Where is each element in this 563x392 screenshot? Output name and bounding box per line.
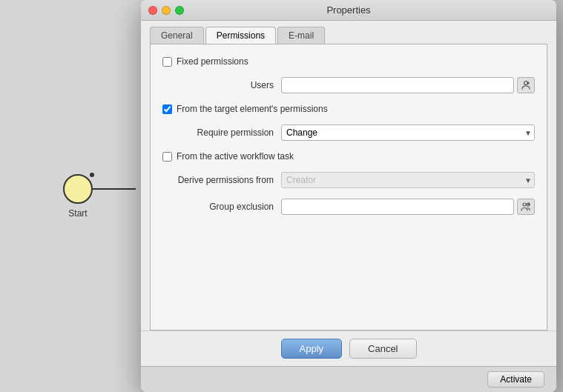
derive-permissions-select[interactable]: Creator <box>281 172 535 188</box>
close-button[interactable] <box>148 6 157 15</box>
from-target-label[interactable]: From the target element's permissions <box>162 104 328 114</box>
fixed-permissions-row: Fixed permissions <box>162 56 535 67</box>
derive-permissions-label: Derive permissions from <box>162 175 281 185</box>
group-exclusion-input[interactable] <box>281 199 514 215</box>
activate-bar: Activate <box>141 366 556 392</box>
start-circle <box>63 174 93 204</box>
from-workflow-checkbox[interactable] <box>162 152 172 162</box>
permissions-content: Fixed permissions Users From the target … <box>150 44 547 330</box>
from-target-checkbox[interactable] <box>162 104 172 114</box>
group-exclusion-row: Group exclusion <box>162 199 535 215</box>
start-dot <box>90 173 94 177</box>
group-exclusion-label: Group exclusion <box>162 202 281 212</box>
window-controls <box>148 6 184 15</box>
title-bar: Properties <box>141 0 556 21</box>
minimize-button[interactable] <box>162 6 171 15</box>
users-label: Users <box>162 80 281 90</box>
window-title: Properties <box>326 4 370 16</box>
start-node: Start <box>63 174 93 219</box>
maximize-button[interactable] <box>175 6 184 15</box>
from-target-row: From the target element's permissions <box>162 104 535 114</box>
svg-point-5 <box>523 203 526 206</box>
from-workflow-label[interactable]: From the active workflow task <box>162 151 294 162</box>
tab-email[interactable]: E-mail <box>277 27 325 44</box>
tab-bar: General Permissions E-mail <box>141 21 556 44</box>
users-input[interactable] <box>281 77 514 93</box>
derive-permissions-row: Derive permissions from Creator ▼ <box>162 172 535 188</box>
require-permission-label: Require permission <box>162 127 281 138</box>
start-label: Start <box>68 208 87 219</box>
from-workflow-row: From the active workflow task <box>162 151 535 162</box>
tab-general[interactable]: General <box>150 27 204 44</box>
group-exclusion-icon-button[interactable] <box>517 199 535 215</box>
users-icon-button[interactable] <box>517 77 535 93</box>
fixed-permissions-checkbox[interactable] <box>162 57 172 67</box>
start-line <box>91 188 136 190</box>
dialog-window: Properties General Permissions E-mail Fi… <box>141 0 556 392</box>
cancel-button[interactable]: Cancel <box>349 339 416 359</box>
derive-permissions-wrapper: Creator ▼ <box>281 172 535 188</box>
require-permission-row: Require permission Change View Manage ▼ <box>162 124 535 141</box>
require-permission-select[interactable]: Change View Manage <box>281 124 535 141</box>
require-permission-wrapper: Change View Manage ▼ <box>281 124 535 141</box>
canvas-area: Start <box>0 0 156 392</box>
users-row: Users <box>162 77 535 93</box>
tab-permissions[interactable]: Permissions <box>205 27 276 44</box>
fixed-permissions-label[interactable]: Fixed permissions <box>162 56 248 67</box>
activate-button[interactable]: Activate <box>487 371 544 388</box>
bottom-bar: Apply Cancel <box>141 330 556 366</box>
apply-button[interactable]: Apply <box>281 339 343 359</box>
